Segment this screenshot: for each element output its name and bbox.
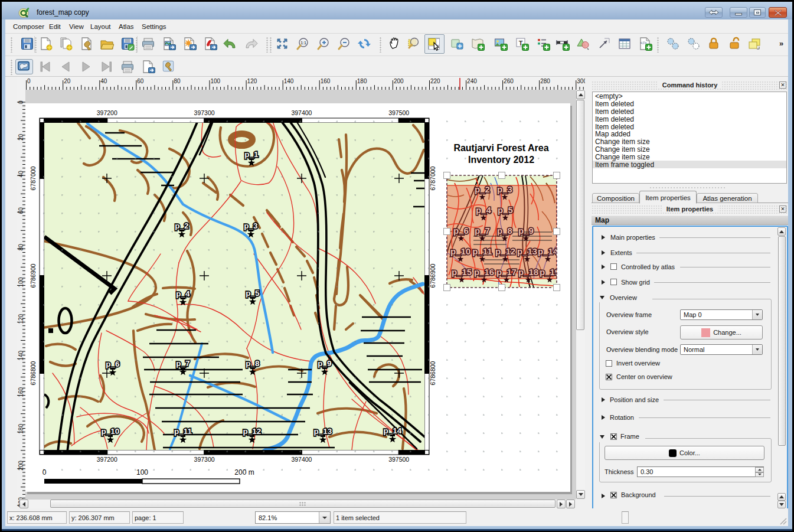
svg-text:140: 140 bbox=[18, 350, 24, 360]
svg-text:6786800: 6786800 bbox=[429, 361, 436, 385]
svg-text:6786800: 6786800 bbox=[30, 361, 37, 385]
svg-text:6786900: 6786900 bbox=[30, 263, 37, 288]
svg-text:p_7: p_7 bbox=[475, 226, 490, 236]
svg-text:397200: 397200 bbox=[97, 456, 117, 463]
svg-text:p_6: p_6 bbox=[106, 360, 120, 368]
svg-text:p_13: p_13 bbox=[314, 427, 332, 436]
svg-text:p_2: p_2 bbox=[475, 184, 490, 194]
svg-text:p_6: p_6 bbox=[453, 226, 469, 236]
svg-text:20: 20 bbox=[64, 78, 71, 84]
svg-text:100: 100 bbox=[136, 468, 148, 476]
svg-text:p_11: p_11 bbox=[174, 427, 192, 436]
svg-text:120: 120 bbox=[247, 78, 257, 84]
svg-text:60: 60 bbox=[137, 78, 144, 84]
svg-text:1:1: 1:1 bbox=[300, 41, 306, 45]
svg-text:p_1: p_1 bbox=[244, 150, 259, 159]
svg-text:p_12: p_12 bbox=[495, 246, 515, 256]
svg-text:p_4: p_4 bbox=[476, 205, 492, 215]
svg-text:80: 80 bbox=[18, 244, 24, 251]
svg-text:Inventory 2012: Inventory 2012 bbox=[468, 155, 534, 165]
svg-text:6787000: 6787000 bbox=[30, 166, 37, 190]
svg-text:160: 160 bbox=[18, 387, 24, 397]
svg-text:397500: 397500 bbox=[388, 456, 409, 463]
svg-text:397300: 397300 bbox=[194, 456, 215, 463]
svg-text:397300: 397300 bbox=[194, 109, 215, 116]
svg-text:40: 40 bbox=[18, 171, 24, 178]
svg-text:p_10: p_10 bbox=[102, 427, 120, 436]
svg-text:p_17: p_17 bbox=[496, 267, 517, 277]
svg-text:p_14: p_14 bbox=[384, 426, 402, 435]
svg-text:240: 240 bbox=[467, 78, 477, 84]
svg-text:p_3: p_3 bbox=[244, 221, 258, 230]
svg-text:80: 80 bbox=[174, 78, 181, 84]
svg-text:397500: 397500 bbox=[388, 109, 409, 116]
svg-text:200: 200 bbox=[394, 78, 404, 84]
svg-text:p_11: p_11 bbox=[472, 246, 492, 256]
svg-text:0: 0 bbox=[43, 468, 47, 476]
svg-text:p_9: p_9 bbox=[518, 226, 534, 236]
svg-text:6786900: 6786900 bbox=[429, 263, 436, 288]
svg-text:120: 120 bbox=[18, 314, 24, 324]
svg-text:180: 180 bbox=[18, 424, 24, 434]
svg-text:40: 40 bbox=[100, 78, 107, 84]
svg-text:280: 280 bbox=[540, 78, 550, 84]
svg-text:200: 200 bbox=[18, 461, 24, 471]
svg-text:20: 20 bbox=[18, 134, 24, 141]
svg-text:p_14: p_14 bbox=[538, 246, 558, 256]
svg-text:60: 60 bbox=[18, 207, 24, 214]
svg-text:0: 0 bbox=[27, 78, 31, 84]
svg-text:p_5: p_5 bbox=[498, 205, 513, 215]
svg-text:p_16: p_16 bbox=[474, 267, 494, 277]
svg-text:p_4: p_4 bbox=[176, 289, 190, 298]
svg-text:160: 160 bbox=[321, 78, 331, 84]
svg-text:p_8: p_8 bbox=[246, 359, 260, 368]
svg-text:p_10: p_10 bbox=[450, 246, 470, 256]
svg-text:397400: 397400 bbox=[291, 456, 312, 463]
svg-text:p_7: p_7 bbox=[176, 359, 189, 368]
svg-text:p_15: p_15 bbox=[452, 267, 472, 277]
svg-text:p_18: p_18 bbox=[518, 267, 538, 277]
svg-text:p_8: p_8 bbox=[497, 226, 512, 236]
svg-text:200 m: 200 m bbox=[234, 468, 254, 476]
svg-text:220: 220 bbox=[430, 78, 440, 84]
svg-text:180: 180 bbox=[357, 78, 367, 84]
svg-text:140: 140 bbox=[284, 78, 294, 84]
svg-text:Rautjarvi Forest Area: Rautjarvi Forest Area bbox=[453, 143, 548, 153]
svg-text:p_2: p_2 bbox=[175, 221, 188, 230]
svg-text:260: 260 bbox=[504, 78, 514, 84]
svg-text:p_13: p_13 bbox=[517, 246, 537, 256]
svg-text:p_12: p_12 bbox=[243, 427, 262, 436]
svg-text:0: 0 bbox=[18, 100, 24, 104]
svg-text:397400: 397400 bbox=[291, 109, 312, 116]
svg-text:p_3: p_3 bbox=[497, 184, 512, 194]
svg-text:100: 100 bbox=[211, 78, 221, 84]
svg-text:p_9: p_9 bbox=[318, 359, 331, 368]
svg-text:p_5: p_5 bbox=[246, 289, 260, 298]
svg-text:100: 100 bbox=[18, 277, 24, 287]
svg-text:397200: 397200 bbox=[97, 109, 117, 116]
svg-text:6787000: 6787000 bbox=[429, 166, 436, 190]
